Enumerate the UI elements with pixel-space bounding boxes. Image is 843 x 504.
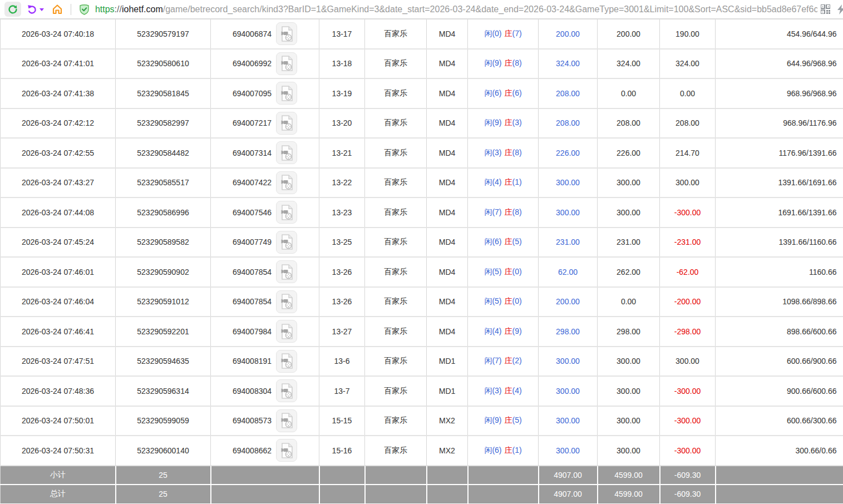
table-row: 2026-03-24 07:50:31 523290600140 6940086… (1, 436, 843, 466)
video-record-icon (279, 85, 294, 102)
banker-label: 庄 (505, 177, 512, 186)
bet-amount-link[interactable]: 208.00 (556, 118, 580, 127)
bet-amount-link[interactable]: 62.00 (558, 268, 578, 276)
undo-button[interactable] (27, 4, 37, 14)
player-points: (4) (492, 327, 501, 335)
bet-amount-link[interactable]: 200.00 (556, 297, 580, 306)
balance: 1098.66/898.66 (716, 287, 843, 317)
bet-amount-link[interactable]: 298.00 (556, 327, 580, 336)
video-record-button[interactable] (276, 231, 297, 254)
video-record-button[interactable] (276, 112, 297, 135)
bet-amount-link[interactable]: 300.00 (556, 387, 580, 396)
url-path: /game/betrecord_search/kind3?BarID=1&Gam… (163, 4, 817, 14)
valid-amount: 200.00 (598, 19, 660, 49)
bet-time: 2026-03-24 07:47:51 (1, 347, 116, 377)
table-number: 15-16 (319, 436, 365, 466)
video-record-button[interactable] (276, 439, 297, 462)
banker-points: (1) (512, 446, 522, 454)
winloss-amount: 324.00 (660, 49, 716, 79)
video-record-button[interactable] (276, 141, 297, 164)
round-cell: 694006992 (211, 49, 319, 79)
bet-amount-link[interactable]: 226.00 (556, 149, 580, 157)
flash-button[interactable] (836, 4, 843, 15)
banker-label: 庄 (505, 446, 512, 454)
video-record-button[interactable] (276, 350, 297, 373)
player-points: (9) (492, 118, 501, 127)
bet-time: 2026-03-24 07:46:01 (1, 257, 116, 287)
result-cell: 闲(7)庄(8) (468, 197, 539, 228)
room-code: MD4 (427, 168, 468, 198)
video-record-button[interactable] (276, 201, 297, 224)
player-label: 闲 (484, 58, 492, 67)
round-id: 694007217 (233, 118, 272, 127)
banker-label: 庄 (505, 58, 512, 67)
total-count: 25 (116, 485, 211, 503)
video-record-button[interactable] (276, 409, 297, 432)
bet-amount-link[interactable]: 231.00 (556, 238, 580, 246)
banker-points: (0) (512, 267, 522, 276)
refresh-icon (8, 4, 18, 14)
refresh-button[interactable] (4, 2, 21, 17)
game-name: 百家乐 (365, 347, 427, 377)
bet-amount-link[interactable]: 324.00 (556, 59, 580, 68)
url-address[interactable]: https://iohetf.com/game/betrecord_search… (95, 4, 817, 14)
balance: 968.96/968.96 (716, 78, 843, 108)
balance: 898.66/600.66 (716, 317, 843, 347)
round-id: 694008191 (233, 357, 272, 365)
bet-amount-link[interactable]: 300.00 (556, 357, 580, 365)
bet-time: 2026-03-24 07:45:24 (1, 228, 116, 258)
bet-amount-link[interactable]: 300.00 (556, 178, 580, 187)
player-points: (6) (492, 237, 501, 246)
video-record-button[interactable] (276, 22, 297, 45)
qr-code-button[interactable] (821, 4, 830, 14)
game-name: 百家乐 (365, 228, 427, 258)
video-record-button[interactable] (276, 290, 297, 313)
bet-amount-link[interactable]: 300.00 (556, 208, 580, 217)
winloss-amount: -298.00 (660, 317, 716, 347)
home-button[interactable] (52, 4, 63, 15)
video-record-button[interactable] (276, 52, 297, 75)
bet-amount-cell: 324.00 (539, 49, 598, 79)
video-record-icon (279, 412, 294, 429)
bet-amount-link[interactable]: 300.00 (556, 416, 580, 425)
table-number: 13-6 (319, 347, 365, 377)
security-shield-button[interactable] (79, 4, 90, 15)
undo-dropdown-caret[interactable] (40, 8, 44, 11)
video-record-button[interactable] (276, 82, 297, 105)
balance: 600.66/900.66 (716, 347, 843, 377)
banker-points: (5) (512, 237, 522, 246)
bet-amount-link[interactable]: 200.00 (556, 29, 580, 38)
bet-amount-link[interactable]: 208.00 (556, 89, 580, 98)
valid-amount: 231.00 (598, 228, 660, 258)
video-record-button[interactable] (276, 171, 297, 194)
video-record-button[interactable] (276, 260, 297, 283)
balance: 600.66/300.66 (716, 406, 843, 436)
bet-time: 2026-03-24 07:50:01 (1, 406, 116, 436)
table-number: 13-26 (319, 287, 365, 317)
game-name: 百家乐 (365, 257, 427, 287)
game-name: 百家乐 (365, 108, 427, 139)
table-row: 2026-03-24 07:46:01 523290590902 6940078… (1, 257, 843, 287)
player-points: (9) (492, 416, 501, 424)
banker-label: 庄 (505, 356, 512, 365)
player-label: 闲 (484, 207, 492, 216)
bet-time: 2026-03-24 07:43:27 (1, 168, 116, 198)
bet-amount-link[interactable]: 300.00 (556, 446, 580, 455)
room-code: MD4 (427, 317, 468, 347)
bet-id: 523290594635 (116, 347, 211, 377)
result-cell: 闲(6)庄(6) (468, 78, 539, 108)
winloss-amount: -200.00 (660, 287, 716, 317)
bet-amount-cell: 298.00 (539, 317, 598, 347)
subtotal-label: 小计 (1, 466, 116, 485)
bet-time: 2026-03-24 07:46:04 (1, 287, 116, 317)
home-icon (52, 4, 63, 15)
player-points: (0) (492, 29, 501, 38)
winloss-amount: -300.00 (660, 406, 716, 436)
video-record-button[interactable] (276, 379, 297, 402)
bet-amount-cell: 62.00 (539, 257, 598, 287)
banker-label: 庄 (505, 386, 512, 395)
table-number: 13-17 (319, 19, 365, 49)
bet-id: 523290584482 (116, 138, 211, 168)
video-record-button[interactable] (276, 320, 297, 343)
game-name: 百家乐 (365, 78, 427, 108)
